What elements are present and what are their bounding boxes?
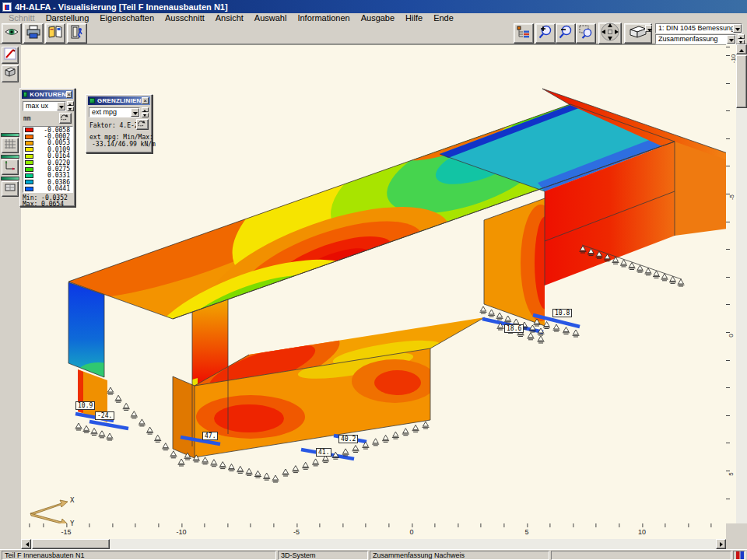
mini-window-strip-3[interactable]	[1, 177, 19, 180]
status-project: Teil F Innenausbauten N1	[2, 551, 276, 560]
grenzlinien-faktor: Faktor: 4.E-2	[89, 122, 139, 129]
h-scroll-thumb[interactable]	[32, 539, 110, 549]
mini-logo-icon	[736, 551, 744, 559]
scrollbar-corner	[726, 523, 747, 549]
plate-icon	[4, 182, 16, 196]
grenzlinien-combo-arrow[interactable]	[131, 108, 139, 117]
view-3d-dropdown-arrow[interactable]	[645, 25, 652, 32]
refresh-icon	[60, 114, 68, 121]
menu-ausschnitt[interactable]: Ausschnitt	[160, 13, 210, 23]
menu-eigenschaften[interactable]: Eigenschaften	[94, 13, 160, 23]
close-icon[interactable]: ×	[66, 91, 72, 98]
window-title: 4H-ALFA - Visualisierung [Teil F Innenau…	[15, 2, 228, 12]
support-value-label: 47.	[202, 432, 218, 440]
menu-schnitt[interactable]: Schnitt	[3, 13, 40, 23]
title-bar[interactable]: 4H-ALFA - Visualisierung [Teil F Innenau…	[0, 0, 747, 13]
konturen-max: Max: 0.0654	[23, 201, 64, 208]
result-combo-arrow[interactable]	[727, 35, 735, 44]
vertical-scrollbar[interactable]	[736, 44, 747, 539]
zoom-window-button[interactable]	[576, 23, 596, 44]
printer-icon	[26, 24, 41, 43]
mini-window-strip-1[interactable]	[1, 133, 19, 137]
status-app-icon	[733, 551, 745, 560]
y-tick-label: 0	[728, 334, 735, 337]
support-value-label: 40.2	[338, 435, 358, 443]
y-ruler-ticks	[726, 44, 730, 523]
mini-window-strip-2[interactable]	[1, 155, 19, 159]
result-spinner[interactable]	[738, 34, 745, 44]
plate-window-button[interactable]	[2, 181, 19, 197]
app-icon	[2, 2, 12, 12]
result-combo[interactable]: Zusammenfassung	[655, 34, 736, 44]
design-combo-value: 1: DIN 1045 Bemessung	[658, 24, 735, 32]
scroll-left-button[interactable]	[21, 539, 31, 549]
grenzlinien-titlebar[interactable]: GRENZLINIEN ×	[88, 96, 150, 105]
menu-hilfe[interactable]: Hilfe	[400, 13, 428, 23]
zoom-window-icon	[578, 24, 594, 43]
close-icon[interactable]: ×	[142, 97, 149, 104]
konturen-legend: -0.0058-0.00020.00530.01090.01640.02200.…	[23, 126, 73, 193]
konturen-title: KONTUREN	[30, 91, 66, 98]
scroll-up-button[interactable]	[736, 44, 747, 54]
pan-control[interactable]	[598, 23, 622, 44]
menu-ausgabe[interactable]: Ausgabe	[356, 13, 400, 23]
result-combo-value: Zusammenfassung	[658, 35, 718, 43]
mesh-window-button[interactable]	[2, 138, 19, 153]
konturen-titlebar[interactable]: KONTUREN ×	[22, 90, 73, 99]
grenzlinien-panel: GRENZLINIEN × ext mpg Faktor: 4.E-2 ext …	[86, 94, 153, 153]
view-3d-button[interactable]	[624, 23, 652, 44]
konturen-combo-arrow[interactable]	[57, 102, 65, 110]
support-value-label: -24.	[95, 411, 114, 420]
x-tick-label: 10	[638, 528, 646, 536]
grenzlinien-combo-value: ext mpg	[92, 108, 117, 116]
menu-informationen[interactable]: Informationen	[292, 13, 355, 23]
menu-auswahl[interactable]: Auswahl	[249, 13, 293, 23]
axis-window-button[interactable]	[2, 159, 19, 175]
grenzlinien-spinner[interactable]	[142, 107, 149, 117]
grenzlinien-combo[interactable]: ext mpg	[89, 107, 140, 117]
scroll-right-button[interactable]	[716, 539, 726, 549]
zoom-in-button[interactable]	[535, 23, 556, 44]
x-tick-label: 5	[524, 528, 528, 536]
help-book-button[interactable]	[45, 23, 65, 44]
y-ruler: -10-505	[726, 44, 736, 523]
y-tick-label: -5	[728, 194, 735, 200]
panel-icon	[89, 98, 95, 103]
status-result: Zusammenfassung Nachweis	[370, 551, 549, 560]
zoom-in-icon	[538, 24, 553, 43]
menu-ende[interactable]: Ende	[428, 13, 459, 23]
konturen-combo[interactable]: max ux	[23, 101, 66, 111]
y-tick-label: 5	[728, 472, 735, 475]
menu-darstellung[interactable]: Darstellung	[40, 13, 95, 23]
display-options-button[interactable]	[514, 23, 534, 44]
grenzlinien-refresh-button[interactable]	[136, 119, 149, 130]
viewport-canvas[interactable]: 10.9-24.47.41.40.218.610.8 X Y KONTUREN …	[21, 44, 726, 523]
tree-options-icon	[516, 24, 531, 43]
design-combo[interactable]: 1: DIN 1045 Bemessung	[655, 23, 742, 33]
axis-indicator	[30, 500, 68, 524]
support-value-label: 41.	[316, 448, 331, 457]
menu-ansicht[interactable]: Ansicht	[210, 13, 249, 23]
v-scroll-thumb[interactable]	[736, 55, 747, 108]
support-value-label: 18.6	[504, 324, 524, 333]
main-toolbar: 1: DIN 1045 Bemessung Zusammenfassung	[0, 23, 747, 44]
konturen-spinner[interactable]	[67, 101, 74, 111]
print-button[interactable]	[23, 23, 44, 44]
view-button[interactable]	[2, 23, 22, 44]
x-tick-label: -15	[61, 528, 71, 536]
konturen-unit: mm	[23, 115, 31, 122]
perspective-button[interactable]	[2, 65, 19, 82]
exit-button[interactable]	[67, 23, 87, 44]
eye-icon	[4, 24, 19, 43]
x-ruler: -15-10-50510	[21, 523, 726, 539]
konturen-refresh-button[interactable]	[59, 113, 72, 124]
status-system: 3D-System	[278, 551, 368, 560]
zoom-out-button[interactable]	[556, 23, 576, 44]
redraw-button[interactable]	[2, 47, 19, 64]
horizontal-scrollbar[interactable]	[21, 539, 726, 549]
legend-row: 0.0441	[23, 186, 72, 192]
design-combo-arrow[interactable]	[733, 24, 742, 33]
grenzlinien-title: GRENZLINIEN	[97, 97, 142, 104]
side-toolbar	[0, 44, 21, 549]
app-window: 4H-ALFA - Visualisierung [Teil F Innenau…	[0, 0, 747, 560]
